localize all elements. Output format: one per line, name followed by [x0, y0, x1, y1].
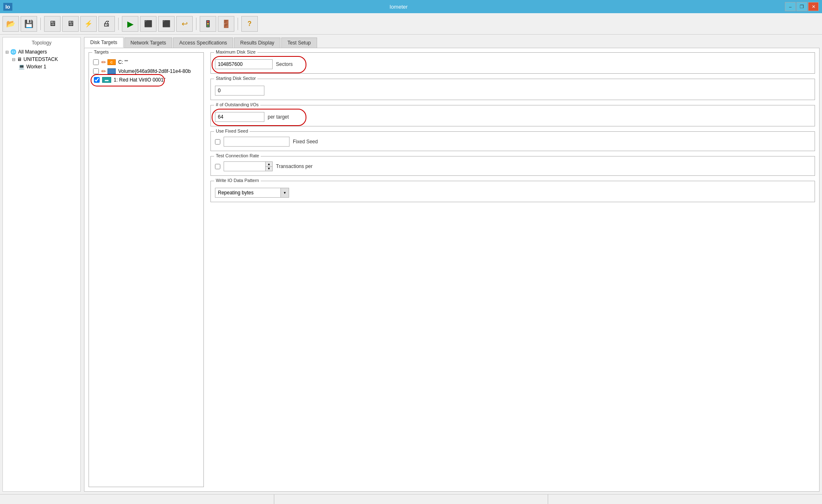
- virtio-icon: ▬: [102, 77, 111, 83]
- write-io-dropdown[interactable]: Repeating bytes Sequential bytes Pseudo …: [215, 188, 280, 197]
- tab-access-specs[interactable]: Access Specifications: [173, 37, 233, 48]
- print-button[interactable]: 🖨: [98, 16, 115, 32]
- volume-icon: [107, 68, 116, 74]
- root-label: All Managers: [18, 49, 47, 55]
- close-button[interactable]: ✕: [808, 2, 819, 11]
- worker-item[interactable]: 💻 Worker 1: [19, 63, 78, 70]
- connection-rate-row: ▲ ▼ Transactions per: [215, 161, 810, 171]
- targets-group: Targets ✏ C C: "": [89, 52, 204, 487]
- stop-all-button[interactable]: ⬛: [158, 16, 175, 32]
- write-io-data-pattern-title: Write IO Data Pattern: [214, 178, 261, 183]
- toolbar: 📂 💾 🖥 🖥 ⚡ 🖨 ▶ ⬛ ⬛ ↩ 🚦 🚪 ?: [0, 13, 822, 35]
- write-io-data-pattern-row: Repeating bytes Sequential bytes Pseudo …: [215, 188, 810, 198]
- pencil-icon-2: ✏: [101, 68, 106, 75]
- stop-button[interactable]: ⬛: [140, 16, 156, 32]
- tab-network-targets[interactable]: Network Targets: [124, 37, 172, 48]
- outstanding-ios-group: # of Outstanding I/Os per target: [210, 105, 815, 126]
- fixed-seed-row: Fixed Seed: [215, 137, 810, 147]
- status-section-1: [0, 495, 274, 504]
- spinner-up-button[interactable]: ▲: [266, 162, 272, 167]
- manager-expand-icon: ⊟: [12, 57, 15, 62]
- target-label-c: C: "": [118, 59, 128, 65]
- fixed-seed-input[interactable]: [224, 137, 290, 147]
- maximize-button[interactable]: ❐: [796, 2, 807, 11]
- connection-rate-input[interactable]: [224, 162, 265, 171]
- test-connection-rate-title: Test Connection Rate: [214, 153, 261, 158]
- write-io-data-pattern-group: Write IO Data Pattern Repeating bytes Se…: [210, 181, 815, 202]
- network-icon: 🌐: [10, 49, 16, 55]
- target-checkbox-virtio[interactable]: [94, 77, 100, 83]
- main-area: Topology ⊟ 🌐 All Managers ⊟ 🖥 UNITEDSTAC…: [0, 35, 822, 494]
- results-button[interactable]: 🚦: [200, 16, 216, 32]
- tab-disk-targets[interactable]: Disk Targets: [84, 37, 124, 48]
- start-button[interactable]: ▶: [122, 16, 138, 32]
- pencil-icon: ✏: [101, 59, 106, 65]
- manager-label: UNITEDSTACK: [23, 56, 58, 62]
- targets-button[interactable]: ⚡: [80, 16, 97, 32]
- c-drive-icon: C: [107, 59, 116, 65]
- tab-results-display[interactable]: Results Display: [234, 37, 280, 48]
- sidebar-title: Topology: [5, 40, 78, 46]
- max-disk-size-title: Maximum Disk Size: [214, 49, 257, 54]
- tab-content-disk-targets: Targets ✏ C C: "": [84, 48, 820, 492]
- open-button[interactable]: 📂: [2, 16, 19, 32]
- status-section-2: [274, 495, 549, 504]
- list-item: ▬ 1: Red Hat VirtIO 0001": [92, 76, 200, 84]
- toolbar-sep-2: [118, 18, 119, 30]
- status-section-3: [548, 495, 822, 504]
- help-button[interactable]: ?: [241, 16, 258, 32]
- toolbar-sep-4: [238, 18, 238, 30]
- reset-button[interactable]: ↩: [176, 16, 193, 32]
- connection-rate-checkbox[interactable]: [215, 164, 220, 169]
- minimize-button[interactable]: –: [785, 2, 796, 11]
- starting-disk-sector-group: Starting Disk Sector: [210, 79, 815, 100]
- write-io-dropdown-wrap: Repeating bytes Sequential bytes Pseudo …: [215, 188, 289, 198]
- starting-disk-sector-title: Starting Disk Sector: [214, 76, 257, 81]
- dropdown-arrow-icon[interactable]: ▼: [280, 188, 289, 197]
- status-bar: [0, 494, 822, 504]
- computer-icon: 🖥: [17, 56, 22, 62]
- toolbar-sep-1: [40, 18, 41, 30]
- transactions-per-label: Transactions per: [276, 163, 313, 169]
- sectors-label: Sectors: [276, 61, 293, 67]
- worker-icon: 💻: [19, 64, 25, 70]
- use-fixed-seed-title: Use Fixed Seed: [214, 128, 250, 133]
- targets-group-title: Targets: [92, 49, 110, 54]
- starting-disk-sector-row: [215, 86, 810, 96]
- sidebar: Topology ⊟ 🌐 All Managers ⊟ 🖥 UNITEDSTAC…: [2, 37, 81, 492]
- save-button[interactable]: 💾: [21, 16, 37, 32]
- starting-disk-sector-input[interactable]: [215, 86, 264, 96]
- spinner-buttons: ▲ ▼: [265, 162, 272, 171]
- outstanding-ios-input[interactable]: [215, 112, 264, 122]
- target-list: ✏ C C: "" ✏ Volume{646a: [92, 58, 200, 84]
- connection-rate-spinner: ▲ ▼: [224, 161, 273, 171]
- title-bar-left: Io: [3, 3, 12, 11]
- target-checkbox-c[interactable]: [93, 59, 99, 65]
- use-fixed-seed-group: Use Fixed Seed Fixed Seed: [210, 131, 815, 151]
- window-title: Iometer: [12, 4, 785, 10]
- display-button[interactable]: 🖥: [44, 16, 61, 32]
- manager-item[interactable]: ⊟ 🖥 UNITEDSTACK: [12, 56, 78, 63]
- fixed-seed-label: Fixed Seed: [293, 139, 318, 145]
- window-controls: – ❐ ✕: [785, 2, 819, 11]
- max-disk-size-input[interactable]: [215, 59, 273, 69]
- outstanding-ios-row: per target: [215, 112, 810, 122]
- tree-children: ⊟ 🖥 UNITEDSTACK 💻 Worker 1: [12, 56, 78, 70]
- spinner-down-button[interactable]: ▼: [266, 167, 272, 171]
- tab-test-setup[interactable]: Test Setup: [281, 37, 317, 48]
- outstanding-ios-title: # of Outstanding I/Os: [214, 102, 260, 107]
- list-item: ✏ Volume{646a98fd-2d8f-11e4-80b: [92, 67, 200, 76]
- root-expand-icon: ⊟: [5, 50, 9, 54]
- target-checkbox-volume[interactable]: [93, 68, 99, 74]
- worker-children: 💻 Worker 1: [19, 63, 78, 70]
- max-disk-size-group: Maximum Disk Size Sectors: [210, 52, 815, 74]
- content-area: Disk Targets Network Targets Access Spec…: [83, 35, 822, 494]
- list-item: ✏ C C: "": [92, 58, 200, 67]
- exit-button[interactable]: 🚪: [218, 16, 234, 32]
- tab-bar: Disk Targets Network Targets Access Spec…: [84, 37, 820, 48]
- test-connection-rate-group: Test Connection Rate ▲ ▼ Transactions pe…: [210, 156, 815, 176]
- title-bar: Io Iometer – ❐ ✕: [0, 0, 822, 13]
- tree-root-item[interactable]: ⊟ 🌐 All Managers: [5, 48, 78, 56]
- manager-button[interactable]: 🖥: [62, 16, 79, 32]
- fixed-seed-checkbox[interactable]: [215, 139, 220, 145]
